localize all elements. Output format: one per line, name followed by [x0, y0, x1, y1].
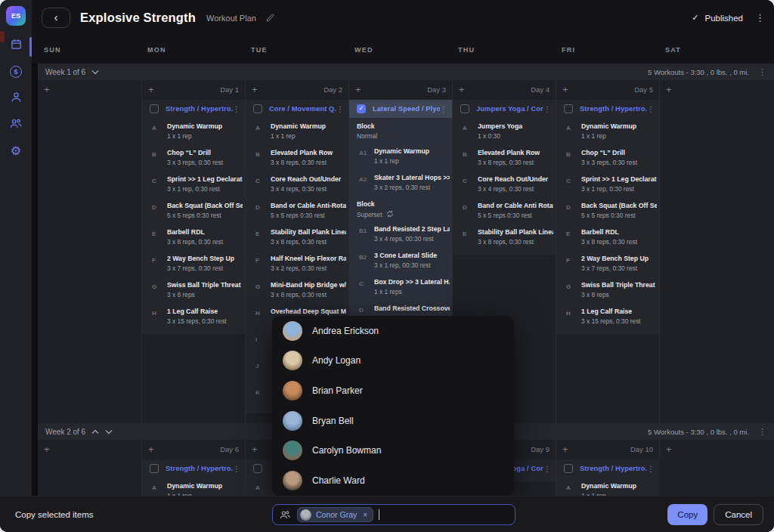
workout-kebab-menu[interactable]: ⋮ — [647, 105, 655, 113]
workout-kebab-menu[interactable]: ⋮ — [647, 465, 655, 473]
exercise-row[interactable]: B1Band Resisted 2 Step Late...3 x 4 reps… — [349, 221, 452, 247]
cancel-button[interactable]: Cancel — [714, 504, 763, 525]
athlete-list-item[interactable]: Andrea Erickson — [272, 316, 514, 346]
back-button[interactable]: ‹ — [42, 8, 70, 28]
workout-kebab-menu[interactable]: ⋮ — [233, 465, 240, 473]
exercise-row[interactable]: BElevated Plank Row3 x 8 reps, 0:30 rest — [246, 144, 348, 171]
sidebar-item-settings[interactable]: ⚙ — [0, 142, 32, 160]
exercise-row[interactable]: CCore Reach Out/Under3 x 4 reps, 0:30 re… — [246, 171, 348, 197]
workout-checkbox[interactable] — [253, 104, 262, 113]
week-kebab-menu[interactable]: ⋮ — [758, 68, 766, 76]
chevron-up-icon[interactable] — [91, 429, 99, 435]
workout-kebab-menu[interactable]: ⋮ — [543, 105, 551, 113]
exercise-row[interactable]: F2 Way Bench Step Up3 x 7 reps, 0:30 res… — [142, 250, 245, 277]
workout-checkbox[interactable] — [253, 464, 262, 473]
edit-title-icon[interactable] — [265, 13, 275, 23]
exercise-row[interactable]: ADynamic Warmup1 x 1 rep — [142, 118, 245, 144]
workout-checkbox[interactable]: ✓ — [357, 104, 366, 113]
exercise-row[interactable]: AJumpers Yoga1 x 0:30 — [453, 118, 556, 144]
add-workout-button[interactable]: + — [666, 444, 672, 455]
exercise-row[interactable]: F2 Way Bench Step Up3 x 7 reps, 0:30 res… — [556, 250, 659, 277]
workout-checkbox[interactable] — [460, 104, 469, 113]
exercise-row[interactable]: DBack Squat (Back Off Set)5 x 5 reps 0:3… — [142, 197, 245, 224]
add-workout-button[interactable]: + — [562, 84, 568, 95]
exercise-row[interactable]: B23 Cone Lateral Slide3 x 1 rep, 00:30 r… — [349, 247, 452, 274]
workout-card[interactable]: Strength / Hypertro...⋮ADynamic Warmup1 … — [556, 100, 659, 334]
chevron-down-icon[interactable] — [91, 70, 99, 75]
copy-button[interactable]: Copy — [667, 504, 707, 525]
add-workout-button[interactable]: + — [44, 444, 50, 455]
exercise-row[interactable]: BElevated Plank Row3 x 8 reps, 0:30 rest — [453, 144, 556, 171]
exercise-row[interactable]: BChop “L” Drill3 x 3 reps, 0:30 rest — [142, 144, 245, 171]
exercise-row[interactable]: CBox Drop >> 3 Lateral H...1 x 1 reps — [349, 274, 452, 300]
add-workout-button[interactable]: + — [459, 84, 465, 95]
workout-title: Jumpers Yoga / Core — [476, 105, 543, 113]
exercise-row[interactable]: GSwiss Ball Triple Threat3 x 8 reps — [556, 277, 659, 303]
sidebar-item-calendar[interactable] — [0, 36, 32, 54]
weekday-label: THU — [452, 46, 556, 54]
block-row: BlockSuperset — [349, 196, 452, 221]
add-workout-button[interactable]: + — [252, 84, 258, 95]
exercise-row[interactable]: A2Skater 3 Lateral Hops >> ...3 x 2 reps… — [349, 169, 452, 196]
workout-kebab-menu[interactable]: ⋮ — [336, 105, 344, 113]
workout-kebab-menu[interactable]: ⋮ — [543, 465, 551, 473]
add-workout-button[interactable]: + — [44, 84, 50, 95]
athlete-list-item[interactable]: Bryan Bell — [272, 406, 514, 436]
workout-card[interactable]: Strength / Hypertro...⋮ADynamic Warmup1 … — [142, 100, 245, 334]
exercise-row[interactable]: EStability Ball Plank Linear ...3 x 8 re… — [246, 224, 348, 250]
exercise-letter: H — [255, 310, 260, 317]
exercise-row[interactable]: FHalf Kneel Hip Flexor Rais...3 x 2 reps… — [246, 250, 348, 277]
exercise-row[interactable]: H1 Leg Calf Raise3 x 15 reps, 0:30 rest — [142, 303, 245, 329]
sidebar-item-athlete[interactable] — [0, 89, 32, 107]
exercise-row[interactable]: GSwiss Ball Triple Threat3 x 8 reps — [142, 277, 245, 303]
header-kebab-menu[interactable]: ⋮ — [755, 13, 765, 23]
workout-kebab-menu[interactable]: ⋮ — [440, 105, 447, 113]
athlete-list-item[interactable]: Carolyn Bowman — [272, 435, 514, 466]
exercise-row[interactable]: BChop “L” Drill3 x 3 reps, 0:30 rest — [556, 144, 659, 171]
day-header-cell: +Day 6 — [141, 440, 245, 458]
exercise-row[interactable]: CSprint >> 1 Leg Declarations3 x 1 rep, … — [556, 171, 659, 197]
team-icon — [9, 116, 23, 133]
week-kebab-menu[interactable]: ⋮ — [758, 428, 766, 436]
athlete-list-item[interactable]: Brian Parker — [272, 376, 514, 406]
workout-card[interactable]: Jumpers Yoga / Core⋮AJumpers Yoga1 x 0:3… — [453, 100, 556, 255]
add-workout-button[interactable]: + — [666, 84, 672, 95]
workout-checkbox[interactable] — [564, 104, 573, 113]
add-workout-button[interactable]: + — [562, 444, 568, 455]
workout-checkbox[interactable] — [150, 104, 159, 113]
workout-title: Lateral Speed / Plyo — [373, 105, 440, 113]
exercise-row[interactable]: EBarbell RDL3 x 8 reps, 0:30 rest — [556, 224, 659, 250]
sidebar-item-teams[interactable] — [0, 116, 32, 134]
sidebar-item-billing[interactable]: $ — [0, 63, 32, 81]
add-workout-button[interactable]: + — [355, 84, 361, 95]
add-workout-button[interactable]: + — [252, 444, 258, 455]
exercise-row[interactable]: EBarbell RDL3 x 8 reps, 0:30 rest — [142, 224, 245, 250]
workout-checkbox[interactable] — [564, 464, 573, 473]
athlete-list-item[interactable]: Charlie Ward — [272, 466, 514, 496]
chevron-down-icon[interactable] — [105, 429, 113, 435]
exercise-row[interactable]: CSprint >> 1 Leg Declarations3 x 1 rep, … — [142, 171, 245, 197]
exercise-row[interactable]: DBack Squat (Back Off Set)5 x 5 reps 0:3… — [556, 197, 659, 224]
exercise-row[interactable]: A1Dynamic Warmup1 x 1 rep — [349, 143, 452, 169]
workout-kebab-menu[interactable]: ⋮ — [233, 105, 240, 113]
day-header-cell: + — [659, 80, 774, 98]
workout-card[interactable]: ✓Lateral Speed / Plyo⋮BlockNormalA1Dynam… — [349, 100, 452, 331]
exercise-row[interactable]: H1 Leg Calf Raise3 x 15 reps, 0:30 rest — [556, 303, 659, 329]
exercise-row[interactable]: DBand or Cable Anti Rotati...5 x 5 reps … — [453, 197, 556, 224]
exercise-row[interactable]: DBand or Cable Anti-Rotati...5 x 5 reps … — [246, 197, 348, 224]
athlete-search-input[interactable]: Conor Gray × — [272, 504, 515, 525]
add-workout-button[interactable]: + — [148, 444, 154, 455]
exercise-row[interactable]: EStability Ball Plank Linear ...3 x 8 re… — [453, 224, 556, 250]
selected-athlete-chip[interactable]: Conor Gray × — [297, 507, 373, 522]
remove-chip-icon[interactable]: × — [363, 511, 367, 519]
workout-checkbox[interactable] — [150, 464, 159, 473]
exercise-row[interactable]: GMini-Band Hip Bridge w/ ...3 x 8 reps, … — [246, 277, 348, 303]
exercise-row[interactable]: ADynamic Warmup1 x 1 rep — [556, 118, 659, 144]
exercise-row[interactable]: ADynamic Warmup1 x 1 rep — [246, 118, 348, 144]
athlete-list-item[interactable]: Andy Logan — [272, 346, 514, 376]
exercise-sets-reps: 3 x 3 reps, 0:30 rest — [581, 159, 659, 166]
exercise-row[interactable]: CCore Reach Out/Under3 x 4 reps, 0:30 re… — [453, 171, 556, 197]
app-logo[interactable]: ES — [6, 6, 26, 26]
add-workout-button[interactable]: + — [148, 84, 154, 95]
text-cursor — [379, 509, 379, 520]
